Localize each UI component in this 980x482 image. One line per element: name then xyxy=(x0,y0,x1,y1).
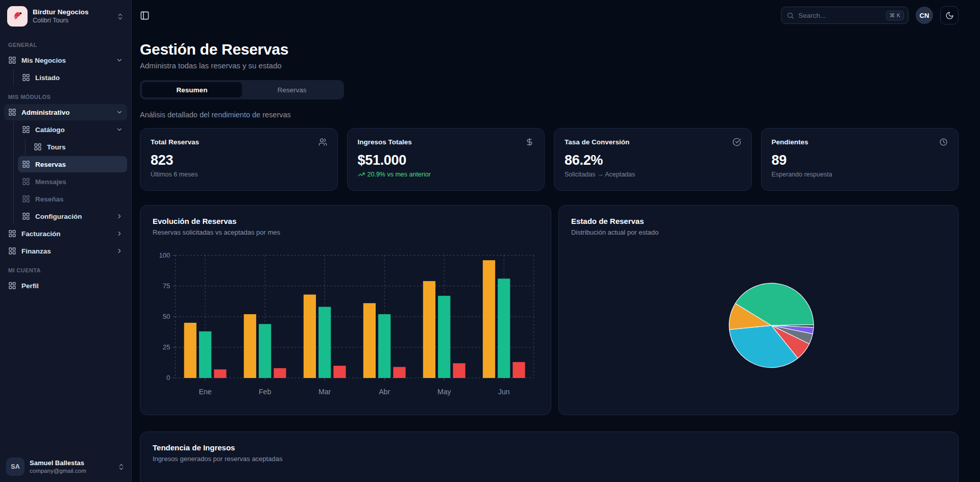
sidebar-item-resenas[interactable]: Reseñas xyxy=(18,191,127,207)
stat-label: Total Reservas xyxy=(151,138,199,146)
topbar: Search... ⌘ K CN xyxy=(132,0,980,31)
sidebar-item-administrativo[interactable]: Administrativo xyxy=(4,104,127,120)
y-axis-tick-label: 50 xyxy=(163,313,170,320)
tab-reservas[interactable]: Reservas xyxy=(242,82,342,97)
stat-card-tasa-conversion: Tasa de Conversión 86.2% Solicitadas → A… xyxy=(554,128,752,191)
pie-chart xyxy=(568,243,949,408)
stat-trend-text: 20.9% vs mes anterior xyxy=(368,171,431,178)
sidebar-item-label: Facturación xyxy=(21,230,61,238)
topbar-right: Search... ⌘ K CN xyxy=(781,6,959,24)
chevron-down-icon xyxy=(116,126,123,133)
sidebar-item-mis-negocios[interactable]: Mis Negocios xyxy=(4,52,127,68)
pie-chart-title: Estado de Reservas xyxy=(571,217,946,225)
sidebar-item-facturacion[interactable]: Facturación xyxy=(4,225,127,242)
search-input[interactable]: Search... ⌘ K xyxy=(781,7,909,24)
x-axis-tick-label: May xyxy=(437,388,452,396)
moon-icon xyxy=(945,11,954,20)
chevron-right-icon xyxy=(116,230,123,237)
y-axis-tick-label: 0 xyxy=(166,374,170,382)
theme-toggle-button[interactable] xyxy=(940,6,959,24)
workspace-name: Birdtur Negocios xyxy=(33,8,111,17)
bar-solicitadas-Feb xyxy=(244,314,256,378)
sidebar-item-catalogo[interactable]: Catálogo xyxy=(18,121,127,138)
pie-chart-card: Estado de Reservas Distribución actual p… xyxy=(558,205,959,415)
search-icon xyxy=(787,12,794,19)
income-trend-title: Tendencia de Ingresos xyxy=(153,443,946,452)
stat-card-pendientes: Pendientes 89 Esperando respuesta xyxy=(761,128,959,191)
sidebar-item-label: Mis Negocios xyxy=(21,57,66,64)
bar-solicitadas-Jun xyxy=(483,260,495,378)
sidebar-item-label: Configuración xyxy=(35,213,82,220)
stats-grid: Total Reservas 823 Últimos 6 meses Ingre… xyxy=(140,128,959,191)
user-email: company@gmail.com xyxy=(30,467,112,474)
bar-aceptadas-Abr xyxy=(378,314,390,378)
sidebar-item-label: Perfil xyxy=(21,282,39,290)
stat-caption-trend: 20.9% vs mes anterior xyxy=(358,171,534,178)
bar-solicitadas-May xyxy=(423,281,435,378)
bar-chart-card: Evolución de Reservas Reservas solicitad… xyxy=(140,205,551,415)
sidebar-item-mensajes[interactable]: Mensajes xyxy=(18,173,127,190)
bar-serie-roja-Ene xyxy=(214,369,226,378)
search-shortcut-kbd: ⌘ K xyxy=(886,11,904,20)
sidebar-item-tours[interactable]: Tours xyxy=(30,139,127,155)
sidebar-item-label: Catálogo xyxy=(35,126,65,134)
bar-serie-roja-Jun xyxy=(512,362,525,378)
bird-logo-icon xyxy=(11,10,23,22)
x-axis-tick-label: Abr xyxy=(379,388,390,396)
sidebar-item-label: Administrativo xyxy=(21,109,70,116)
sidebar-item-finanzas[interactable]: Finanzas xyxy=(4,243,127,259)
account-avatar[interactable]: CN xyxy=(916,7,933,24)
chevrons-up-down-icon[interactable] xyxy=(116,13,124,20)
stat-caption: Últimos 6 meses xyxy=(151,171,327,178)
workspace-logo xyxy=(7,6,28,27)
user-meta: Samuel Ballestas company@gmail.com xyxy=(30,459,112,475)
income-trend-subtitle: Ingresos generados por reservas aceptada… xyxy=(153,455,946,463)
x-axis-tick-label: Jun xyxy=(498,388,510,396)
bar-serie-roja-Feb xyxy=(274,368,286,378)
main-area: Search... ⌘ K CN Gestión de Reservas Adm… xyxy=(132,0,980,482)
grid-icon xyxy=(8,230,16,238)
user-menu[interactable]: SA Samuel Ballestas company@gmail.com xyxy=(0,452,131,482)
bar-chart-subtitle: Reservas solicitadas vs aceptadas por me… xyxy=(153,229,538,236)
stat-label: Ingresos Totales xyxy=(358,138,412,146)
sidebar-item-label: Reservas xyxy=(35,161,66,168)
sidebar-item-reservas[interactable]: Reservas xyxy=(18,156,127,172)
bar-solicitadas-Ene xyxy=(184,323,197,378)
user-avatar: SA xyxy=(6,458,24,476)
sidebar-nav: GENERAL Mis Negocios Listado MIS MÓDULOS… xyxy=(0,32,131,452)
chevron-down-icon xyxy=(116,57,123,64)
bar-aceptadas-Feb xyxy=(259,324,271,378)
stat-caption: Solicitadas → Aceptadas xyxy=(565,171,741,178)
sidebar-item-label: Finanzas xyxy=(21,247,51,255)
stat-card-total-reservas: Total Reservas 823 Últimos 6 meses xyxy=(140,128,338,191)
grid-icon xyxy=(22,125,30,134)
income-trend-card: Tendencia de Ingresos Ingresos generados… xyxy=(140,432,959,482)
bar-aceptadas-May xyxy=(438,296,450,378)
bar-aceptadas-Mar xyxy=(318,307,331,378)
grid-icon xyxy=(8,56,16,64)
grid-icon xyxy=(22,177,30,186)
bar-aceptadas-Ene xyxy=(199,332,211,378)
sidebar-item-label: Listado xyxy=(35,74,60,82)
sidebar-item-perfil[interactable]: Perfil xyxy=(4,277,127,294)
sidebar-toggle-icon[interactable] xyxy=(140,11,150,20)
grid-icon xyxy=(22,160,30,168)
chevron-down-icon xyxy=(116,109,123,116)
grid-icon xyxy=(8,247,16,255)
tab-list: Resumen Reservas xyxy=(140,80,344,99)
sidebar-item-label: Mensajes xyxy=(35,178,66,186)
sidebar-item-listado[interactable]: Listado xyxy=(18,69,127,86)
nav-section-mis-modulos: MIS MÓDULOS xyxy=(0,87,131,103)
stat-value: 86.2% xyxy=(565,153,741,168)
tab-resumen[interactable]: Resumen xyxy=(142,82,242,97)
workspace-switcher[interactable]: Birdtur Negocios Colibrí Tours xyxy=(0,0,131,32)
sidebar-item-configuracion[interactable]: Configuración xyxy=(18,208,127,224)
chevrons-up-down-icon xyxy=(117,463,125,471)
x-axis-tick-label: Mar xyxy=(318,388,331,396)
nav-section-general: GENERAL xyxy=(0,35,131,51)
sidebar-item-label: Reseñas xyxy=(35,195,64,203)
stat-caption: Esperando respuesta xyxy=(772,171,948,178)
trending-up-icon xyxy=(358,171,365,178)
bar-serie-roja-Mar xyxy=(333,366,346,378)
nav-section-mi-cuenta: MI CUENTA xyxy=(0,260,131,276)
